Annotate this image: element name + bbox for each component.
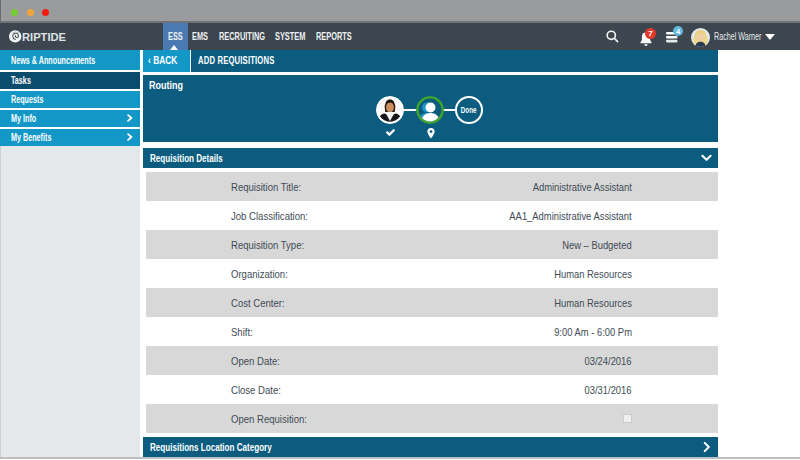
svg-text:RIPTIDE: RIPTIDE — [22, 30, 66, 42]
svg-text:7: 7 — [648, 29, 653, 38]
